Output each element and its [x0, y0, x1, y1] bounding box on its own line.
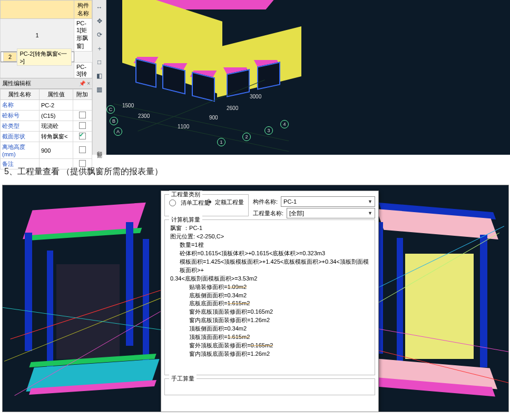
checkbox[interactable]: [79, 146, 86, 153]
dim-label: 1500: [122, 103, 134, 108]
property-row[interactable]: 离地高度 (mm)900: [1, 142, 92, 159]
checkbox[interactable]: [79, 122, 86, 129]
property-row[interactable]: 名称PC-2: [1, 100, 92, 111]
label-component: 构件名称:: [253, 198, 278, 206]
radio-list-label: 清单工程量: [181, 199, 210, 207]
result-line: 飘窗 ：PC-1: [170, 224, 369, 233]
dim-label: 900: [209, 115, 218, 121]
property-panel-title: 属性编辑框: [2, 79, 31, 87]
property-table[interactable]: 属性名称 属性值 附加 名称PC-2砼标号(C15)砼类型现浇砼截面形状转角飘窗…: [0, 89, 92, 169]
chevron-down-icon: ▼: [368, 211, 372, 216]
result-line: 0.34<底板剖面模板面积>=3.53m2: [170, 275, 369, 283]
group-manual-label: 手工算量: [169, 375, 197, 383]
group-calc-label: 计算机算量: [169, 216, 202, 224]
calc-results: 飘窗 ：PC-1图元位置: <2-250,C>数量=1樘砼体积=0.1615<顶…: [169, 223, 370, 357]
result-line: 底板侧面面积=0.34m2: [189, 292, 369, 300]
result-line: 底板底面面积=1.615m2: [189, 299, 369, 308]
property-panel-header: 属性编辑框 📌 ×: [0, 78, 92, 89]
axis-bubble: 1: [217, 138, 225, 146]
label-quantity: 工程量名称:: [253, 209, 283, 217]
tool-icon[interactable]: ✥: [95, 17, 104, 25]
left-panel: 构件名称 1PC-1[矩形飘窗]2PC-2[转角飘窗<一>]3PC-3[转角飘窗…: [0, 0, 93, 155]
prop-col-add: 附加: [73, 89, 92, 100]
result-line: 顶板顶面面积=1.615m2: [189, 333, 369, 342]
axis-bubble: C: [106, 105, 115, 114]
prop-col-val: 属性值: [39, 89, 73, 100]
checkbox[interactable]: [79, 133, 86, 139]
tool-icon[interactable]: ⟳: [95, 31, 104, 39]
axis-bubble: A: [114, 127, 122, 136]
property-row[interactable]: 截面形状转角飘窗<: [1, 132, 92, 142]
radio-quota-quantity[interactable]: [207, 199, 210, 206]
property-row[interactable]: 砼类型现浇砼: [1, 121, 92, 132]
result-line: 顶板侧面面积=0.34m2: [189, 325, 369, 333]
tool-icon[interactable]: ▦: [95, 85, 104, 94]
component-list-table[interactable]: 构件名称 1PC-1[矩形飘窗]2PC-2[转角飘窗<一>]3PC-3[转角飘窗…: [0, 0, 92, 78]
checkbox[interactable]: [79, 160, 86, 167]
axis-bubble: 4: [280, 120, 289, 128]
result-line: 贴墙装修面积=1.09m2: [189, 283, 369, 292]
tool-icon[interactable]: ＋: [95, 44, 104, 53]
component-list-header: 构件名称: [74, 1, 92, 19]
radio-quota-label: 定额工程量: [215, 198, 244, 206]
dim-label: 3000: [250, 94, 261, 99]
result-line: 砼体积=0.1615<顶板体积>+0.1615<底板体积>=0.323m3: [180, 249, 369, 258]
result-line: 图元位置: <2-250,C>: [170, 233, 369, 241]
axis-bubble: 3: [264, 126, 273, 135]
chevron-down-icon: ▼: [368, 199, 372, 204]
viewport-toolstrip: ↔ ✥ ⟳ ＋ □ ◧ ▦ 打印 分割: [93, 0, 106, 155]
3d-viewport[interactable]: 1500 2300 1100 900 2600 3000 A B C 1 2 3…: [106, 0, 510, 155]
component-row[interactable]: 1PC-1[矩形飘窗]: [1, 19, 92, 52]
axis-bubble: B: [110, 117, 118, 125]
bottom-screenshot: 工程量类别 清单工程量 定额工程量 构件名称: PC-1▼: [2, 185, 509, 412]
quantity-dialog: 工程量类别 清单工程量 定额工程量 构件名称: PC-1▼: [161, 191, 379, 412]
result-line: 模板面积=1.425<顶板模板面积>+1.425<底板模板面积>+0.34<顶板…: [180, 258, 369, 275]
group-label: 工程量类别: [169, 191, 202, 198]
tool-label[interactable]: 打印 分割: [95, 143, 104, 155]
dim-label: 2300: [138, 113, 150, 119]
result-line: 窗内底板顶面装修面积=1.26m2: [189, 316, 369, 325]
component-row[interactable]: 2PC-2[转角飘窗<一>]: [1, 52, 74, 62]
result-line: 窗内顶板底面装修面积=1.26m2: [189, 350, 369, 357]
radio-list-quantity[interactable]: [169, 199, 176, 206]
dim-label: 1100: [178, 124, 189, 129]
tool-icon[interactable]: ↔: [95, 3, 104, 12]
dim-label: 2600: [227, 105, 238, 111]
prop-col-name: 属性名称: [1, 89, 40, 100]
top-screenshot: 构件名称 1PC-1[矩形飘窗]2PC-2[转角飘窗<一>]3PC-3[转角飘窗…: [0, 0, 510, 155]
bay-window-right: [377, 196, 503, 401]
pin-icon[interactable]: 📌 ×: [79, 81, 90, 86]
checkbox[interactable]: [79, 112, 86, 118]
select-quantity[interactable]: [全部]▼: [287, 208, 375, 218]
result-line: 窗外底板顶面装修面积=0.165m2: [189, 308, 369, 316]
axis-bubble: 2: [242, 133, 251, 141]
select-component[interactable]: PC-1▼: [281, 196, 375, 207]
result-line: 窗外顶板底面装修面积=0.165m2: [189, 342, 369, 350]
tool-icon[interactable]: ◧: [95, 72, 104, 80]
tool-icon[interactable]: □: [95, 58, 104, 66]
bay-window-left: [13, 196, 155, 396]
property-row[interactable]: 砼标号(C15): [1, 111, 92, 121]
result-line: 数量=1樘: [180, 241, 369, 249]
